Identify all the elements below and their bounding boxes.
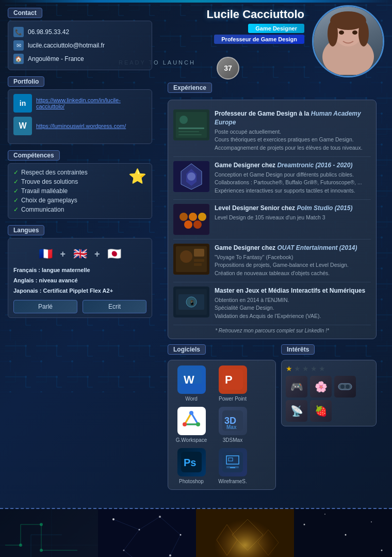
wordpress-icon: W [13, 117, 32, 135]
exp-item-4: Game Designer chez OUAT Entertainment (2… [173, 240, 371, 282]
parle-button[interactable]: Parlé [13, 300, 77, 313]
badge-professeur: Professeur de Game Design [214, 35, 304, 44]
svg-rect-62 [0, 509, 98, 557]
exp-title-5: Master en Jeux et Médias Interactifs et … [215, 287, 371, 295]
star-5: ★ [319, 364, 325, 373]
software-gdrive: G.Workspace [173, 407, 209, 443]
logiciels-label: Logiciels [168, 344, 206, 355]
linkedin-link[interactable]: in https://www.linkedin.com/in/lucile-ca… [13, 94, 146, 113]
exp-note: * Retrouvez mon parcours complet sur Lin… [173, 328, 371, 333]
exp-desc-4: "Voyage To Fantasy" (Facebook) Propositi… [215, 253, 371, 278]
star-trophy: ⭐ [128, 168, 146, 185]
grid-cell-4 [294, 509, 392, 557]
svg-point-22 [179, 213, 188, 221]
skills-list: ✓Respect des contraintes ✓Trouve des sol… [13, 168, 146, 214]
exp-content-2: Game Designer chez Dreamtronic (2016 - 2… [215, 161, 371, 195]
word-icon: W [177, 365, 206, 394]
svg-rect-12 [176, 112, 207, 138]
ps-label: Photoshop [179, 479, 204, 484]
gdrive-icon [177, 407, 206, 435]
contact-location: 🏠 Angoulême - France [13, 52, 146, 66]
exp-desc-5: Obtention en 2014 à l'ENJMIN. Spécialité… [215, 296, 371, 321]
svg-point-61 [346, 385, 350, 389]
interest-gaming: 🎮 [286, 376, 307, 397]
svg-rect-16 [178, 134, 202, 135]
interests-grid: 🎮 🌸 📡 🍓 [286, 376, 372, 422]
skill-item: ✓Travail malléable [13, 186, 146, 196]
experience-section: Professeur de Game Design à la Human Aca… [168, 100, 377, 339]
svg-text:📱: 📱 [189, 299, 195, 306]
exp-desc-3: Level Design de 105 niveaux d'un jeu Mat… [215, 214, 371, 222]
main-background: READY TO LAUNCH Lucile Cacciuttolo Game … [0, 0, 392, 557]
contact-phone: 📞 06.98.95.33.42 [13, 25, 146, 39]
svg-rect-86 [294, 509, 392, 557]
exp-thumbnail-2 [173, 161, 209, 192]
software-section: W Word P [168, 360, 276, 490]
avatar [312, 5, 384, 77]
svg-point-65 [40, 549, 43, 552]
svg-point-90 [371, 521, 372, 522]
svg-point-46 [183, 422, 187, 426]
interest-flowers: 🌸 [310, 376, 332, 397]
competences-label: Compétences [8, 150, 60, 161]
portfolio-box: in https://www.linkedin.com/in/lucile-ca… [8, 89, 152, 144]
gdrive-label: G.Workspace [176, 437, 207, 443]
svg-point-29 [180, 250, 192, 263]
svg-rect-40 [181, 384, 202, 390]
svg-point-60 [340, 385, 345, 389]
svg-rect-59 [338, 384, 352, 390]
langues-box: 🇫🇷 + 🇬🇧 + 🇯🇵 Français : langue maternell… [8, 238, 152, 318]
ppt-icon: P [219, 365, 247, 394]
svg-point-47 [196, 422, 200, 426]
exp-content-1: Professeur de Game Design à la Human Aca… [215, 109, 371, 152]
contact-email: ✉ lucile.cacciuttolo@hotmail.fr [13, 39, 146, 52]
exp-title-4: Game Designer chez OUAT Entertainment (2… [215, 244, 371, 252]
exp-item-3: Level Designer Senior chez Polm Studio (… [173, 200, 371, 240]
star-4: ★ [311, 364, 317, 373]
star-rating: ★ ★ ★ ★ ★ [286, 364, 372, 373]
ecrit-button[interactable]: Ecrit [83, 300, 146, 313]
exp-item-2: Game Designer chez Dreamtronic (2016 - 2… [173, 157, 371, 200]
word-label: Word [185, 396, 198, 402]
langues-label: Langues [8, 225, 44, 235]
language-buttons: Parlé Ecrit [13, 300, 146, 313]
software-wire: WireframeS. [215, 448, 251, 484]
wordpress-link[interactable]: W https://luminouswirl.wordpress.com/ [13, 117, 146, 135]
person-name: Lucile Cacciuttolo [207, 8, 304, 21]
skill-item: ✓Communication [13, 205, 146, 214]
linkedin-url[interactable]: https://www.linkedin.com/in/lucile-cacci… [36, 97, 146, 109]
linkedin-icon: in [13, 94, 32, 113]
svg-text:Ps: Ps [184, 457, 196, 468]
exp-thumbnail-5: 📱 [173, 287, 209, 317]
ps-icon: Ps [177, 448, 206, 476]
exp-desc-2: Conception et Game Design pour différent… [215, 171, 371, 195]
interets-label: Intérêts [281, 344, 315, 355]
exp-item-1: Professeur de Game Design à la Human Aca… [173, 105, 371, 157]
image-grid-section [0, 508, 392, 557]
svg-point-10 [352, 30, 357, 35]
svg-rect-14 [178, 128, 204, 129]
svg-point-24 [198, 213, 206, 221]
email-icon: ✉ [13, 40, 24, 51]
svg-text:P: P [225, 373, 233, 386]
exp-title-3: Level Designer Senior chez Polm Studio (… [215, 204, 371, 213]
svg-point-8 [358, 21, 369, 46]
interest-food: 🍓 [310, 400, 332, 422]
skill-item: ✓Respect des contraintes [13, 168, 146, 177]
svg-rect-54 [222, 452, 243, 472]
exp-content-4: Game Designer chez OUAT Entertainment (2… [215, 244, 371, 278]
star-1: ★ [286, 364, 292, 373]
competences-box: ⭐ ✓Respect des contraintes ✓Trouve des s… [8, 163, 152, 219]
experience-label: Expérience [168, 83, 212, 93]
wordpress-url[interactable]: https://luminouswirl.wordpress.com/ [36, 123, 126, 129]
language-flags: 🇫🇷 + 🇬🇧 + 🇯🇵 [13, 247, 146, 261]
exp-thumbnail-4 [173, 244, 209, 275]
contact-label: Contact [8, 8, 42, 18]
svg-point-26 [193, 220, 202, 229]
software-3ds: 3D Max 3DSMax [215, 407, 251, 443]
badge-game-designer: Game Designer [248, 24, 304, 33]
exp-title-1: Professeur de Game Design à la Human Aca… [215, 109, 371, 127]
svg-rect-66 [98, 509, 196, 557]
skill-item: ✓Choix de gameplays [13, 196, 146, 205]
exp-content-3: Level Designer Senior chez Polm Studio (… [215, 204, 371, 235]
